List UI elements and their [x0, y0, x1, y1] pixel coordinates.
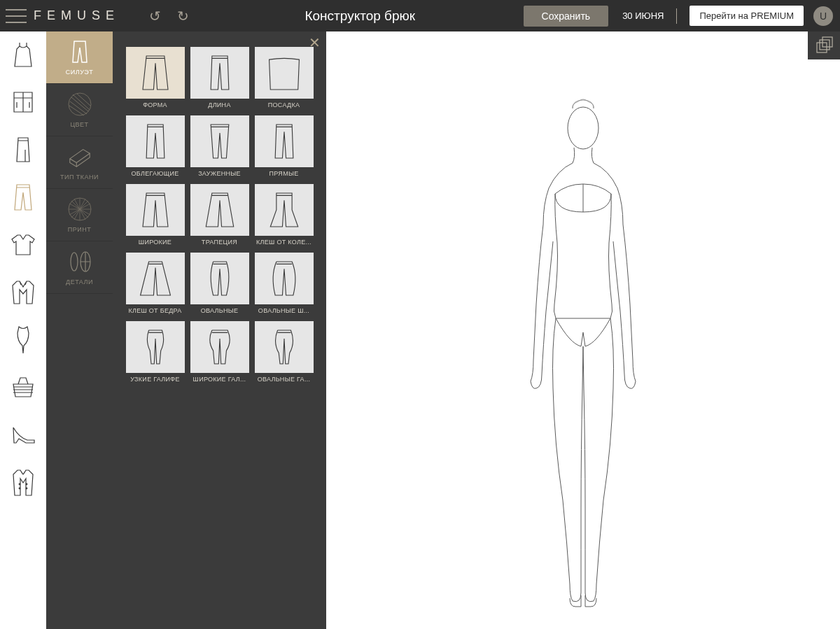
svg-rect-8: [817, 43, 827, 52]
tile-4[interactable]: ЗАУЖЕННЫЕ: [190, 115, 249, 177]
tile-label: УЗКИЕ ГАЛИФЕ: [126, 376, 185, 383]
tile-label: ПРЯМЫЕ: [255, 170, 314, 177]
design-canvas[interactable]: [326, 31, 840, 629]
save-button[interactable]: Сохранить: [524, 6, 609, 27]
category-label: ЦВЕТ: [70, 121, 88, 128]
garment-rail: [0, 31, 46, 629]
mannequin: [503, 94, 664, 615]
tile-swatch: [190, 115, 249, 167]
tile-9[interactable]: КЛЕШ ОТ БЕДРА: [126, 253, 185, 314]
tile-8[interactable]: КЛЕШ ОТ КОЛЕ...: [255, 184, 314, 246]
tile-swatch: [190, 47, 249, 99]
tile-5[interactable]: ПРЯМЫЕ: [255, 115, 314, 177]
premium-button[interactable]: Перейти на PREMIUM: [690, 6, 804, 26]
category-label: ТИП ТКАНИ: [60, 174, 99, 181]
garment-jacket-icon[interactable]: [8, 278, 38, 307]
tile-swatch: [126, 321, 185, 373]
tile-swatch: [126, 115, 185, 167]
tile-3[interactable]: ОБЛЕГАЮЩИЕ: [126, 115, 185, 177]
tile-0[interactable]: ФОРМА: [126, 47, 185, 108]
tile-12[interactable]: УЗКИЕ ГАЛИФЕ: [126, 321, 185, 383]
svg-rect-9: [820, 40, 830, 50]
garment-sweater-icon[interactable]: [8, 230, 38, 260]
tile-label: ШИРОКИЕ ГАЛ...: [190, 376, 249, 383]
svg-point-2: [19, 488, 20, 489]
details-icon: [67, 249, 92, 274]
tile-swatch: [255, 47, 314, 99]
tile-label: ОВАЛЬНЫЕ: [190, 307, 249, 314]
separator: [676, 8, 677, 24]
tile-swatch: [255, 253, 314, 304]
tile-7[interactable]: ТРАПЕЦИЯ: [190, 184, 249, 246]
category-label: СИЛУЭТ: [66, 69, 93, 76]
tile-label: ДЛИНА: [190, 101, 249, 108]
color-icon: [67, 92, 92, 117]
garment-bodysuit-icon[interactable]: [8, 325, 38, 355]
tile-13[interactable]: ШИРОКИЕ ГАЛ...: [190, 321, 249, 383]
tile-swatch: [190, 321, 249, 373]
layers-icon[interactable]: [808, 31, 840, 59]
tile-label: ОВАЛЬНЫЕ ГА...: [255, 376, 314, 383]
category-fabric[interactable]: ТИП ТКАНИ: [46, 136, 113, 189]
tile-label: ТРАПЕЦИЯ: [190, 239, 249, 246]
garment-heel-icon[interactable]: [8, 420, 38, 450]
tile-label: КЛЕШ ОТ БЕДРА: [126, 307, 185, 314]
tile-swatch: [190, 253, 249, 304]
tile-label: ПОСАДКА: [255, 101, 314, 108]
tile-swatch: [126, 184, 185, 236]
category-rail: СИЛУЭТ ЦВЕТ ТИП ТКАНИ ПРИНТ ДЕТАЛИ: [46, 31, 113, 629]
tile-swatch: [255, 321, 314, 373]
tile-6[interactable]: ШИРОКИЕ: [126, 184, 185, 246]
tile-swatch: [255, 115, 314, 167]
brand-logo: FEMUSE: [34, 8, 120, 23]
tile-label: ФОРМА: [126, 101, 185, 108]
app-header: FEMUSE ↺ ↻ Конструктор брюк Сохранить 30…: [0, 0, 840, 31]
tile-swatch: [255, 184, 314, 236]
svg-point-3: [26, 488, 27, 489]
tile-10[interactable]: ОВАЛЬНЫЕ: [190, 253, 249, 314]
garment-pants-icon[interactable]: [8, 183, 38, 212]
category-label: ДЕТАЛИ: [66, 278, 93, 285]
category-label: ПРИНТ: [68, 226, 91, 233]
tile-label: ЗАУЖЕННЫЕ: [190, 170, 249, 177]
category-print[interactable]: ПРИНТ: [46, 189, 113, 241]
tile-swatch: [126, 47, 185, 99]
tile-11[interactable]: ОВАЛЬНЫЕ Ш...: [255, 253, 314, 314]
print-icon: [67, 197, 92, 222]
undo-icon[interactable]: ↺: [144, 5, 166, 27]
silhouette-icon: [67, 39, 92, 64]
garment-dress-icon[interactable]: [8, 40, 38, 69]
category-color[interactable]: ЦВЕТ: [46, 84, 113, 136]
garment-coat-icon[interactable]: [8, 468, 38, 497]
close-icon[interactable]: ✕: [309, 34, 321, 51]
garment-bag-icon[interactable]: [8, 373, 38, 402]
svg-point-0: [19, 483, 20, 485]
tile-label: ШИРОКИЕ: [126, 239, 185, 246]
category-silhouette[interactable]: СИЛУЭТ: [46, 31, 113, 84]
svg-point-6: [71, 253, 78, 271]
redo-icon[interactable]: ↻: [172, 5, 194, 27]
tile-swatch: [126, 253, 185, 304]
tile-swatch: [190, 184, 249, 236]
tile-2[interactable]: ПОСАДКА: [255, 47, 314, 108]
tile-label: ОВАЛЬНЫЕ Ш...: [255, 307, 314, 314]
menu-icon[interactable]: [6, 9, 27, 23]
tile-label: ОБЛЕГАЮЩИЕ: [126, 170, 185, 177]
header-date: 30 ИЮНЯ: [622, 10, 664, 21]
garment-skirt-icon[interactable]: [8, 135, 38, 164]
garment-shirt-icon[interactable]: [8, 87, 38, 117]
svg-rect-10: [822, 37, 832, 47]
svg-point-1: [26, 483, 27, 485]
tile-1[interactable]: ДЛИНА: [190, 47, 249, 108]
category-details[interactable]: ДЕТАЛИ: [46, 241, 113, 294]
tile-label: КЛЕШ ОТ КОЛЕ...: [255, 239, 314, 246]
page-title: Конструктор брюк: [197, 8, 524, 24]
user-avatar[interactable]: U: [813, 6, 833, 26]
svg-point-11: [568, 107, 598, 149]
options-panel: ✕ ФОРМАДЛИНАПОСАДКАОБЛЕГАЮЩИЕЗАУЖЕННЫЕПР…: [113, 31, 326, 629]
tile-14[interactable]: ОВАЛЬНЫЕ ГА...: [255, 321, 314, 383]
fabric-icon: [67, 144, 92, 169]
